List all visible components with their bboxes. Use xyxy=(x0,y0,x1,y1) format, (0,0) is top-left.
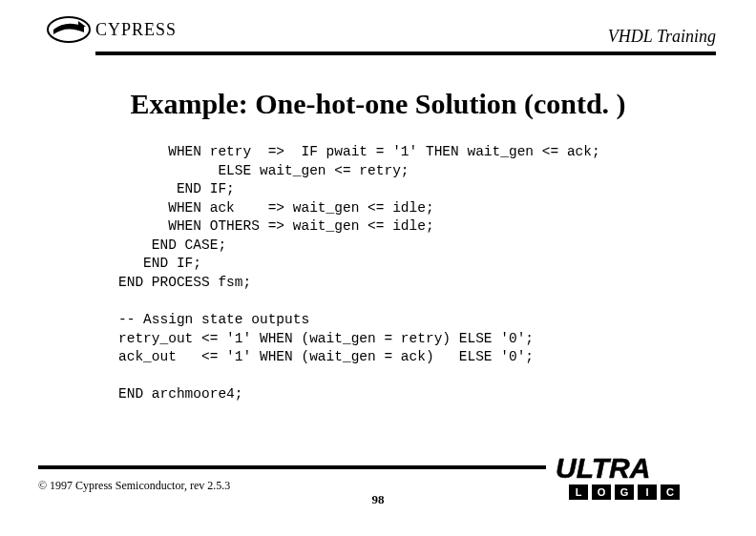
company-logo: CYPRESS xyxy=(46,15,177,44)
series-title: VHDL Training xyxy=(608,27,716,47)
copyright: © 1997 Cypress Semiconductor, rev 2.5.3 xyxy=(38,479,230,493)
header: CYPRESS VHDL Training xyxy=(38,17,718,63)
cypress-logo-icon xyxy=(46,15,92,44)
ultra-letter: C xyxy=(661,484,680,500)
ultra-letter-boxes: L O G I C xyxy=(569,484,718,500)
ultra-letter: L xyxy=(569,484,588,500)
footer-rule xyxy=(38,465,546,469)
company-name: CYPRESS xyxy=(95,20,177,40)
footer: © 1997 Cypress Semiconductor, rev 2.5.3 … xyxy=(38,465,718,519)
ultra-brand-name: ULTRA xyxy=(556,454,718,483)
slide-title: Example: One-hot-one Solution (contd. ) xyxy=(38,88,718,120)
ultra-letter: O xyxy=(592,484,611,500)
code-block: WHEN retry => IF pwait = '1' THEN wait_g… xyxy=(118,143,718,404)
slide-page: CYPRESS VHDL Training Example: One-hot-o… xyxy=(0,0,756,536)
page-number: 98 xyxy=(372,492,385,507)
ultra-letter: I xyxy=(638,484,657,500)
ultra-logo: ULTRA L O G I C xyxy=(556,454,718,500)
ultra-letter: G xyxy=(615,484,634,500)
header-rule xyxy=(95,52,716,55)
